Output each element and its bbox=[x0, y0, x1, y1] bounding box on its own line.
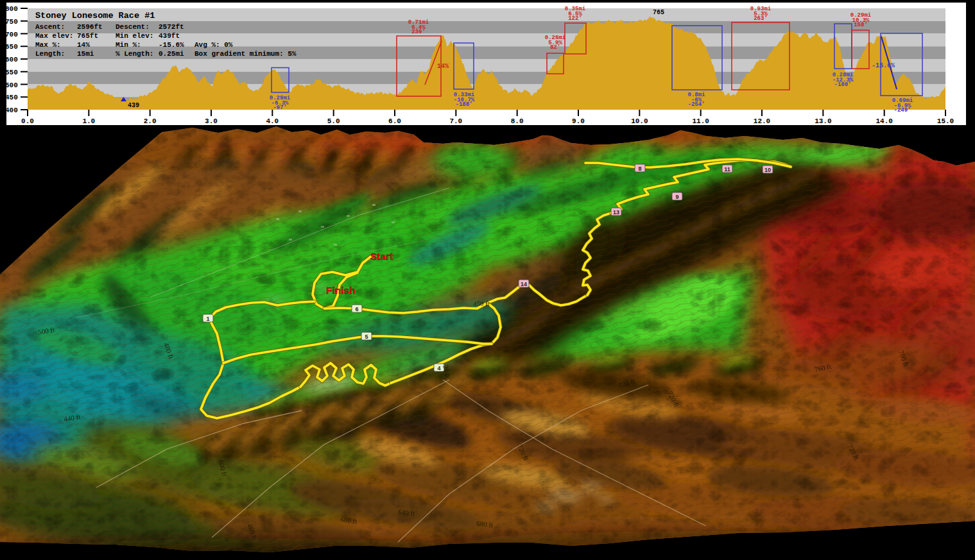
svg-text:13: 13 bbox=[613, 209, 619, 216]
svg-text:Max elev:: Max elev: bbox=[35, 32, 73, 40]
svg-text:800: 800 bbox=[5, 5, 18, 13]
svg-text:450 ft: 450 ft bbox=[473, 300, 490, 307]
svg-text:-254': -254' bbox=[687, 101, 705, 108]
svg-text:Stoney Lonesome Race #1: Stoney Lonesome Race #1 bbox=[35, 11, 155, 21]
svg-text:Min elev:: Min elev: bbox=[116, 32, 153, 40]
svg-text:14.0: 14.0 bbox=[876, 117, 892, 125]
svg-text:11.0: 11.0 bbox=[692, 117, 709, 125]
svg-text:8.0: 8.0 bbox=[511, 117, 524, 125]
svg-text:6.0: 6.0 bbox=[388, 117, 401, 125]
svg-text:15.0: 15.0 bbox=[937, 117, 954, 125]
svg-text:765ft: 765ft bbox=[77, 32, 98, 40]
svg-text:% Length:: % Length: bbox=[116, 50, 153, 58]
svg-text:239': 239' bbox=[411, 29, 426, 35]
svg-text:7.0: 7.0 bbox=[449, 117, 462, 125]
svg-text:-97': -97' bbox=[273, 105, 287, 111]
svg-text:13.0: 13.0 bbox=[815, 117, 831, 125]
svg-text:400: 400 bbox=[5, 106, 18, 114]
svg-text:550: 550 bbox=[5, 69, 18, 76]
svg-text:Finish: Finish bbox=[326, 285, 356, 296]
svg-text:6: 6 bbox=[355, 306, 358, 312]
svg-text:263': 263' bbox=[754, 15, 768, 22]
svg-text:Descent:: Descent: bbox=[116, 23, 150, 31]
svg-text:Length:: Length: bbox=[35, 50, 65, 58]
svg-text:-15.6%: -15.6% bbox=[159, 41, 184, 49]
svg-text:0.25mi: 0.25mi bbox=[159, 50, 184, 58]
svg-text:500: 500 bbox=[5, 81, 18, 89]
svg-text:14: 14 bbox=[521, 281, 527, 287]
svg-text:158': 158' bbox=[854, 22, 868, 28]
svg-text:600: 600 bbox=[5, 56, 18, 64]
svg-text:2.0: 2.0 bbox=[144, 117, 157, 125]
svg-text:14%: 14% bbox=[77, 41, 90, 49]
svg-text:122': 122' bbox=[568, 15, 582, 22]
svg-text:Avg %: 0%: Avg %: 0% bbox=[194, 41, 233, 49]
svg-text:2596ft: 2596ft bbox=[77, 23, 103, 31]
svg-text:450: 450 bbox=[5, 94, 18, 101]
svg-text:-180': -180' bbox=[834, 81, 851, 88]
svg-text:650: 650 bbox=[5, 43, 18, 51]
svg-text:Start: Start bbox=[370, 251, 393, 262]
svg-text:-188': -188' bbox=[455, 101, 472, 108]
svg-text:12.0: 12.0 bbox=[754, 117, 770, 125]
svg-text:-249': -249' bbox=[893, 107, 911, 114]
svg-text:10.0: 10.0 bbox=[631, 117, 648, 125]
svg-text:Box gradient minimum: 5%: Box gradient minimum: 5% bbox=[194, 50, 297, 58]
svg-text:750: 750 bbox=[5, 18, 18, 26]
svg-text:5.0: 5.0 bbox=[327, 117, 340, 125]
svg-text:439ft: 439ft bbox=[159, 32, 180, 40]
svg-text:9: 9 bbox=[675, 194, 678, 200]
svg-text:Min %:: Min %: bbox=[116, 41, 141, 49]
svg-text:2572ft: 2572ft bbox=[159, 23, 184, 31]
svg-text:1.0: 1.0 bbox=[82, 117, 95, 125]
svg-text:9.0: 9.0 bbox=[572, 117, 585, 125]
svg-text:82': 82' bbox=[550, 44, 560, 51]
svg-text:11: 11 bbox=[724, 166, 730, 173]
svg-text:1: 1 bbox=[206, 316, 209, 322]
svg-text:439: 439 bbox=[128, 102, 139, 109]
svg-text:640 ft: 640 ft bbox=[398, 508, 415, 517]
svg-text:Ascent:: Ascent: bbox=[35, 23, 65, 31]
svg-text:10: 10 bbox=[764, 167, 771, 173]
svg-text:15mi: 15mi bbox=[77, 50, 94, 58]
svg-text:700: 700 bbox=[5, 31, 18, 38]
svg-text:765: 765 bbox=[653, 9, 664, 16]
svg-text:4.0: 4.0 bbox=[266, 117, 279, 125]
svg-text:0.0: 0.0 bbox=[21, 117, 34, 125]
svg-text:5: 5 bbox=[365, 334, 368, 340]
svg-text:3.0: 3.0 bbox=[205, 117, 218, 125]
svg-text:680 ft: 680 ft bbox=[476, 520, 494, 529]
svg-text:-15.6%: -15.6% bbox=[872, 62, 895, 69]
svg-text:4: 4 bbox=[437, 365, 440, 371]
svg-text:8: 8 bbox=[638, 165, 641, 172]
svg-text:14%: 14% bbox=[437, 63, 449, 70]
svg-text:Max %:: Max %: bbox=[35, 41, 61, 49]
